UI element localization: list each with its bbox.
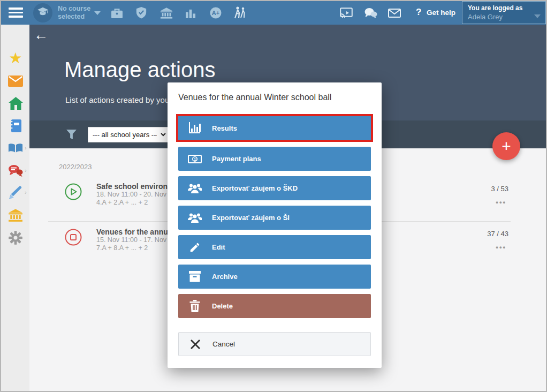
action-status-running-icon[interactable] — [65, 183, 82, 200]
page-subtitle: List of actions created by you — [65, 95, 169, 104]
response-count: 37 / 43 — [487, 230, 508, 238]
modal-title: Venues for the annual Winter school ball — [178, 92, 371, 102]
export-skd-button[interactable]: Exportovať záujem o ŠKD — [178, 176, 371, 200]
chevron-right-icon: › — [25, 189, 27, 195]
school-year-select[interactable]: --- all school years --- — [88, 127, 168, 142]
export-si-button[interactable]: Exportovať záujem o ŠI — [178, 206, 371, 230]
archive-icon — [188, 271, 202, 282]
svg-text:1: 1 — [194, 156, 196, 161]
response-count: 3 / 53 — [491, 185, 508, 193]
pencil-icon — [188, 242, 202, 253]
hamburger-menu-icon[interactable] — [9, 7, 23, 18]
get-help-link[interactable]: Get help — [427, 9, 455, 17]
svg-text:A+: A+ — [212, 10, 219, 16]
chevron-down-icon[interactable] — [94, 11, 101, 15]
trash-icon — [188, 300, 202, 312]
delete-button[interactable]: Delete — [178, 294, 371, 318]
left-sidebar: ★ › › › — [1, 25, 29, 391]
school-bank-icon[interactable] — [8, 208, 23, 223]
page-title: Manage actions — [64, 58, 215, 82]
results-button[interactable]: Results — [178, 116, 371, 140]
user-name: Adela Grey — [468, 13, 540, 21]
pen-icon[interactable] — [8, 185, 23, 200]
briefcase-icon[interactable] — [111, 8, 123, 21]
chevron-down-icon — [534, 14, 541, 18]
archive-button[interactable]: Archive — [178, 265, 371, 289]
banknote-icon: 1 — [188, 155, 202, 163]
cancel-button[interactable]: Cancel — [178, 332, 371, 356]
messages-envelope-icon[interactable] — [8, 73, 23, 88]
people-group-icon — [188, 213, 202, 223]
top-navigation-bar: No course selected A+ ? Get help — [1, 1, 546, 25]
people-group-icon — [188, 183, 202, 194]
chevron-right-icon: › — [25, 167, 27, 174]
bank-icon[interactable] — [160, 7, 173, 21]
edit-button[interactable]: Edit — [178, 235, 371, 259]
mail-icon[interactable] — [388, 9, 401, 20]
favorites-star-icon[interactable]: ★ — [8, 51, 23, 66]
action-status-stopped-icon[interactable] — [65, 229, 82, 246]
graduation-cap-icon — [37, 6, 49, 19]
highlight-border: Results — [176, 114, 373, 142]
cast-screen-icon[interactable] — [340, 7, 353, 20]
people-walking-icon[interactable] — [233, 6, 247, 21]
action-menu-modal: Venues for the annual Winter school ball… — [168, 82, 382, 368]
filter-funnel-icon[interactable] — [66, 130, 77, 141]
more-options-icon[interactable]: ••• — [496, 198, 506, 206]
chat-bubbles-icon[interactable] — [364, 7, 377, 21]
chevron-right-icon: › — [25, 145, 27, 151]
x-icon — [188, 340, 202, 349]
more-options-icon[interactable]: ••• — [496, 243, 506, 251]
app-window: No course selected A+ ? Get help — [0, 0, 547, 392]
payment-plans-button[interactable]: 1 Payment plans — [178, 147, 371, 171]
school-year-label: 2022/2023 — [59, 163, 92, 171]
bar-chart-icon[interactable] — [185, 8, 196, 20]
library-book-icon[interactable] — [8, 141, 23, 156]
discussion-bubbles-icon[interactable] — [8, 163, 23, 178]
notebook-icon[interactable] — [8, 118, 23, 133]
logged-as-label: You are logged as — [468, 4, 540, 12]
bar-chart-icon — [188, 122, 202, 134]
course-selector-label[interactable]: No course selected — [58, 5, 95, 21]
add-action-button[interactable]: + — [492, 132, 520, 160]
course-avatar[interactable] — [33, 3, 52, 22]
back-arrow-icon[interactable]: ← — [34, 27, 48, 43]
home-icon[interactable] — [8, 96, 23, 111]
settings-gear-icon[interactable] — [8, 230, 23, 245]
help-question-icon[interactable]: ? — [416, 7, 421, 18]
shield-check-icon[interactable] — [135, 6, 147, 21]
logged-in-user-box[interactable]: You are logged as Adela Grey — [462, 1, 546, 24]
grades-a-plus-icon[interactable]: A+ — [210, 7, 222, 21]
